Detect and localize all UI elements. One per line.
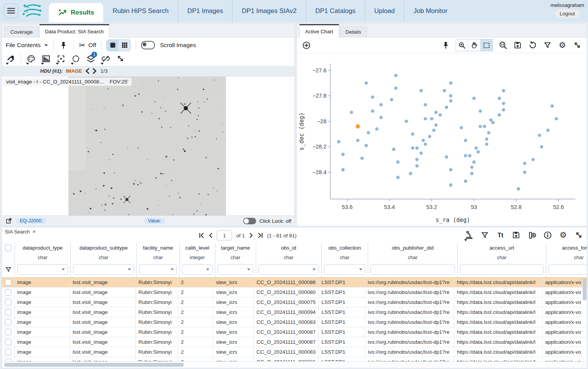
scatter-point[interactable] <box>491 121 495 124</box>
scatter-point[interactable] <box>489 118 493 122</box>
scatter-point[interactable] <box>531 158 535 162</box>
highlighted-scatter-point[interactable] <box>356 124 360 129</box>
chart-settings-button[interactable]: ⚙ <box>557 40 567 51</box>
column-header-dataproduct_type[interactable]: dataproduct_type <box>15 243 71 253</box>
prev-hdu-button[interactable] <box>85 68 89 74</box>
page-number-input[interactable] <box>217 230 232 240</box>
scatter-point[interactable] <box>485 143 489 146</box>
filter-chart-button[interactable] <box>543 40 552 51</box>
tab-dp1-catalogs[interactable]: DP1 Catalogs <box>306 0 365 22</box>
scatter-point[interactable] <box>371 109 374 113</box>
column-header-target_name[interactable]: target_name <box>215 243 256 253</box>
column-header-facility_name[interactable]: facility_name <box>137 243 180 253</box>
scroll-images-toggle[interactable] <box>141 41 155 49</box>
scatter-point[interactable] <box>479 125 482 128</box>
scatter-point[interactable] <box>337 140 341 144</box>
file-contents-dropdown[interactable]: File Contents <box>6 42 48 49</box>
expand-table-button[interactable] <box>574 230 584 240</box>
row-checkbox[interactable] <box>5 299 11 305</box>
row-checkbox[interactable] <box>5 309 11 315</box>
scatter-point[interactable] <box>341 153 345 156</box>
scatter-chart[interactable]: 53.653.453.25352.852.6−27.6−27.8−28−28.2… <box>297 53 587 226</box>
column-header-obs_collection[interactable]: obs_collection <box>322 243 368 253</box>
save-table-button[interactable] <box>511 230 521 240</box>
filter-select-obs_id[interactable] <box>258 264 319 275</box>
tab-details[interactable]: Details <box>340 26 367 37</box>
tab-upload[interactable]: Upload <box>365 0 404 22</box>
scatter-point[interactable] <box>464 180 467 183</box>
logout-button[interactable]: Logout <box>555 10 580 18</box>
add-column-button[interactable] <box>527 230 537 240</box>
scatter-point[interactable] <box>449 99 453 103</box>
scatter-point[interactable] <box>546 129 550 132</box>
tab-rubin-hips-search[interactable]: Rubin HiPS Search <box>103 0 177 22</box>
scatter-point[interactable] <box>415 164 419 168</box>
scatter-point[interactable] <box>502 108 505 112</box>
select-region-button[interactable] <box>71 53 81 64</box>
scatter-point[interactable] <box>405 120 408 123</box>
layers-button[interactable]: 1 <box>86 53 96 64</box>
inspect-button[interactable] <box>464 230 474 240</box>
scrollbar-thumb[interactable] <box>4 363 184 367</box>
scatter-point[interactable] <box>498 97 501 100</box>
filter-input-obs_publisher_did[interactable] <box>370 264 455 275</box>
scatter-point[interactable] <box>411 147 414 150</box>
row-checkbox[interactable] <box>5 319 11 325</box>
expand-chart-button[interactable] <box>572 40 582 51</box>
scatter-point[interactable] <box>409 172 413 175</box>
prev-page-button[interactable] <box>209 233 213 238</box>
row-checkbox[interactable] <box>5 289 11 296</box>
scatter-point[interactable] <box>341 168 345 171</box>
row-checkbox[interactable] <box>5 339 11 345</box>
scatter-point[interactable] <box>439 113 442 117</box>
first-page-button[interactable] <box>199 233 205 238</box>
table-row[interactable]: imagelsst.visit_imageRubin:Simonyi2slew_… <box>2 327 587 337</box>
scatter-point[interactable] <box>424 143 427 146</box>
scatter-point[interactable] <box>498 113 501 117</box>
scatter-point[interactable] <box>551 104 554 108</box>
table-row[interactable]: imagelsst.visit_imageRubin:Simonyi2slew_… <box>2 337 587 347</box>
unlink-button[interactable] <box>101 53 110 64</box>
scatter-point[interactable] <box>449 82 453 85</box>
scatter-point[interactable] <box>365 144 368 147</box>
scatter-point[interactable] <box>424 103 427 106</box>
scatter-point[interactable] <box>361 157 364 160</box>
scatter-point[interactable] <box>379 103 383 106</box>
scatter-point[interactable] <box>485 137 489 141</box>
table-row[interactable]: imagelsst.visit_imageRubin:Simonyi2slew_… <box>2 278 587 287</box>
filter-table-button[interactable] <box>480 230 490 240</box>
pan-mode-button[interactable] <box>468 39 480 51</box>
scatter-point[interactable] <box>474 147 478 150</box>
restore-chart-button[interactable] <box>528 40 538 51</box>
scatter-point[interactable] <box>538 134 541 137</box>
scatter-point[interactable] <box>555 117 558 121</box>
filter-select-target_name[interactable] <box>218 264 253 275</box>
scatter-point[interactable] <box>422 139 425 142</box>
scatter-point[interactable] <box>460 126 463 129</box>
filter-select-dataproduct_subtype[interactable] <box>73 264 134 275</box>
scatter-point[interactable] <box>396 176 400 179</box>
color-palette-button[interactable] <box>26 53 36 64</box>
single-view-button[interactable] <box>107 40 119 51</box>
scatter-point[interactable] <box>350 111 353 114</box>
next-page-button[interactable] <box>249 233 253 238</box>
fits-image[interactable] <box>68 77 226 216</box>
scatter-point[interactable] <box>443 89 446 93</box>
close-table-icon[interactable]: × <box>32 229 36 235</box>
scatter-point[interactable] <box>367 131 370 135</box>
tools-button[interactable] <box>6 53 16 64</box>
menu-button[interactable] <box>4 3 18 18</box>
popout-button[interactable] <box>5 216 13 226</box>
vertical-scrollbar[interactable] <box>583 278 586 300</box>
row-checkbox[interactable] <box>5 359 11 361</box>
tab-data-product-sia-search[interactable]: Data Product: SIA Search <box>39 24 110 38</box>
expand-button[interactable] <box>115 53 125 64</box>
scatter-point[interactable] <box>434 124 438 127</box>
grid-view-button[interactable] <box>119 40 130 51</box>
scatter-point[interactable] <box>419 89 423 93</box>
scatter-point[interactable] <box>430 117 434 121</box>
filter-select-dataproduct_type[interactable] <box>17 264 68 275</box>
scatter-point[interactable] <box>449 183 453 187</box>
add-chart-button[interactable] <box>301 40 311 51</box>
scatter-point[interactable] <box>394 87 398 90</box>
